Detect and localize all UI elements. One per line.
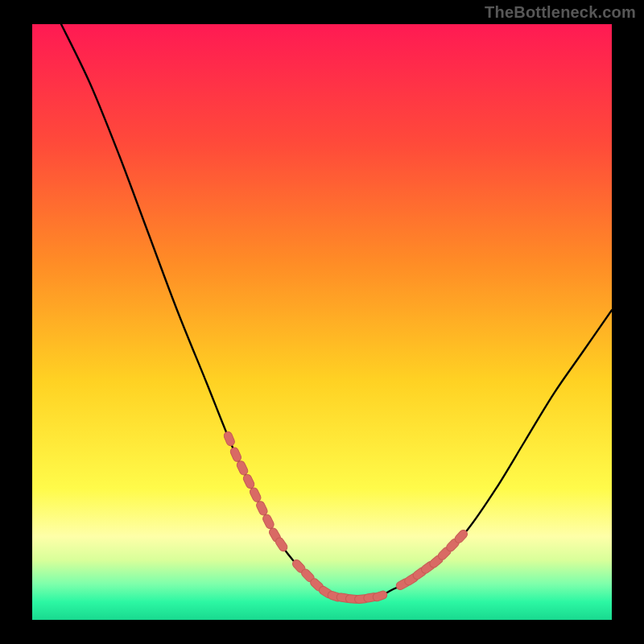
plot-background-border: TheBottleneck.com [0,0,644,644]
plot-area [32,24,612,620]
chart-frame: TheBottleneck.com [0,0,644,644]
bottleneck-plot-svg [32,24,612,620]
gradient-background [32,24,612,620]
watermark-label: TheBottleneck.com [485,3,636,22]
